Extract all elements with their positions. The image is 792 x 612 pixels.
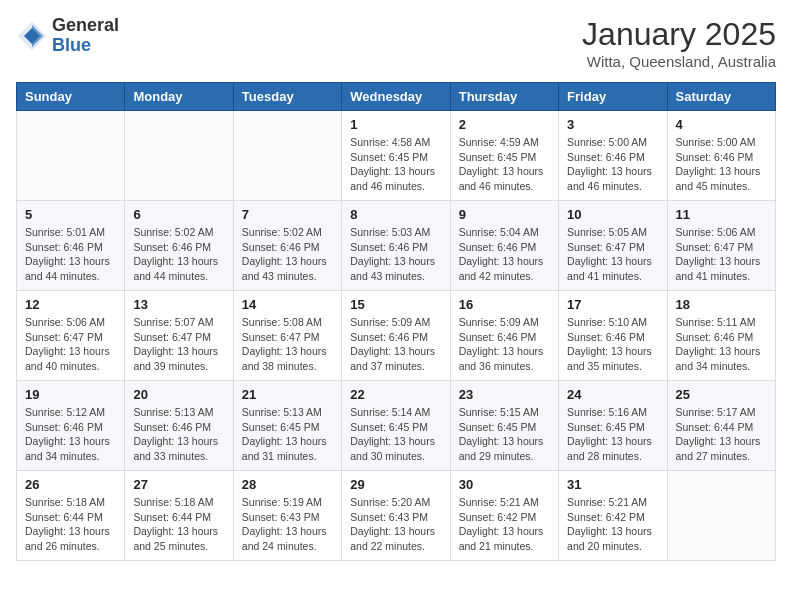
day-number: 1 [350, 117, 441, 132]
day-number: 7 [242, 207, 333, 222]
day-number: 30 [459, 477, 550, 492]
day-number: 23 [459, 387, 550, 402]
day-info: Sunrise: 4:58 AMSunset: 6:45 PMDaylight:… [350, 135, 441, 194]
calendar-cell [233, 111, 341, 201]
calendar-cell: 12Sunrise: 5:06 AMSunset: 6:47 PMDayligh… [17, 291, 125, 381]
calendar-cell: 22Sunrise: 5:14 AMSunset: 6:45 PMDayligh… [342, 381, 450, 471]
day-number: 18 [676, 297, 767, 312]
calendar-cell: 5Sunrise: 5:01 AMSunset: 6:46 PMDaylight… [17, 201, 125, 291]
calendar-cell: 6Sunrise: 5:02 AMSunset: 6:46 PMDaylight… [125, 201, 233, 291]
calendar-cell: 20Sunrise: 5:13 AMSunset: 6:46 PMDayligh… [125, 381, 233, 471]
day-info: Sunrise: 5:04 AMSunset: 6:46 PMDaylight:… [459, 225, 550, 284]
day-info: Sunrise: 5:03 AMSunset: 6:46 PMDaylight:… [350, 225, 441, 284]
calendar-cell: 27Sunrise: 5:18 AMSunset: 6:44 PMDayligh… [125, 471, 233, 561]
day-number: 24 [567, 387, 658, 402]
week-row-5: 26Sunrise: 5:18 AMSunset: 6:44 PMDayligh… [17, 471, 776, 561]
day-info: Sunrise: 5:17 AMSunset: 6:44 PMDaylight:… [676, 405, 767, 464]
day-info: Sunrise: 5:21 AMSunset: 6:42 PMDaylight:… [459, 495, 550, 554]
calendar-cell [125, 111, 233, 201]
day-number: 12 [25, 297, 116, 312]
day-info: Sunrise: 5:01 AMSunset: 6:46 PMDaylight:… [25, 225, 116, 284]
day-number: 2 [459, 117, 550, 132]
calendar-cell: 16Sunrise: 5:09 AMSunset: 6:46 PMDayligh… [450, 291, 558, 381]
calendar-cell: 25Sunrise: 5:17 AMSunset: 6:44 PMDayligh… [667, 381, 775, 471]
calendar-cell: 26Sunrise: 5:18 AMSunset: 6:44 PMDayligh… [17, 471, 125, 561]
day-info: Sunrise: 5:19 AMSunset: 6:43 PMDaylight:… [242, 495, 333, 554]
calendar-cell: 11Sunrise: 5:06 AMSunset: 6:47 PMDayligh… [667, 201, 775, 291]
day-number: 29 [350, 477, 441, 492]
calendar-cell: 23Sunrise: 5:15 AMSunset: 6:45 PMDayligh… [450, 381, 558, 471]
calendar-cell [17, 111, 125, 201]
day-info: Sunrise: 5:13 AMSunset: 6:45 PMDaylight:… [242, 405, 333, 464]
calendar-cell: 30Sunrise: 5:21 AMSunset: 6:42 PMDayligh… [450, 471, 558, 561]
logo-icon [16, 20, 48, 52]
day-info: Sunrise: 5:06 AMSunset: 6:47 PMDaylight:… [676, 225, 767, 284]
calendar-header-sunday: Sunday [17, 83, 125, 111]
calendar-cell: 8Sunrise: 5:03 AMSunset: 6:46 PMDaylight… [342, 201, 450, 291]
day-number: 25 [676, 387, 767, 402]
day-info: Sunrise: 5:18 AMSunset: 6:44 PMDaylight:… [133, 495, 224, 554]
calendar-header-wednesday: Wednesday [342, 83, 450, 111]
day-number: 19 [25, 387, 116, 402]
calendar-cell: 28Sunrise: 5:19 AMSunset: 6:43 PMDayligh… [233, 471, 341, 561]
day-number: 26 [25, 477, 116, 492]
calendar-cell: 31Sunrise: 5:21 AMSunset: 6:42 PMDayligh… [559, 471, 667, 561]
calendar-cell: 19Sunrise: 5:12 AMSunset: 6:46 PMDayligh… [17, 381, 125, 471]
logo-general: General [52, 15, 119, 35]
day-number: 14 [242, 297, 333, 312]
calendar-header-friday: Friday [559, 83, 667, 111]
day-number: 11 [676, 207, 767, 222]
day-number: 4 [676, 117, 767, 132]
day-number: 13 [133, 297, 224, 312]
calendar-cell: 15Sunrise: 5:09 AMSunset: 6:46 PMDayligh… [342, 291, 450, 381]
day-info: Sunrise: 5:12 AMSunset: 6:46 PMDaylight:… [25, 405, 116, 464]
day-info: Sunrise: 5:10 AMSunset: 6:46 PMDaylight:… [567, 315, 658, 374]
day-info: Sunrise: 5:02 AMSunset: 6:46 PMDaylight:… [242, 225, 333, 284]
day-number: 5 [25, 207, 116, 222]
month-title: January 2025 [582, 16, 776, 53]
day-number: 8 [350, 207, 441, 222]
calendar-cell: 1Sunrise: 4:58 AMSunset: 6:45 PMDaylight… [342, 111, 450, 201]
day-number: 22 [350, 387, 441, 402]
week-row-2: 5Sunrise: 5:01 AMSunset: 6:46 PMDaylight… [17, 201, 776, 291]
calendar-header-saturday: Saturday [667, 83, 775, 111]
day-info: Sunrise: 5:14 AMSunset: 6:45 PMDaylight:… [350, 405, 441, 464]
logo: General Blue [16, 16, 119, 56]
page-header: General Blue January 2025 Witta, Queensl… [16, 16, 776, 70]
day-info: Sunrise: 5:05 AMSunset: 6:47 PMDaylight:… [567, 225, 658, 284]
day-info: Sunrise: 5:00 AMSunset: 6:46 PMDaylight:… [567, 135, 658, 194]
calendar-cell: 3Sunrise: 5:00 AMSunset: 6:46 PMDaylight… [559, 111, 667, 201]
day-number: 15 [350, 297, 441, 312]
day-info: Sunrise: 5:20 AMSunset: 6:43 PMDaylight:… [350, 495, 441, 554]
day-number: 27 [133, 477, 224, 492]
calendar-cell: 18Sunrise: 5:11 AMSunset: 6:46 PMDayligh… [667, 291, 775, 381]
day-info: Sunrise: 5:06 AMSunset: 6:47 PMDaylight:… [25, 315, 116, 374]
day-info: Sunrise: 5:16 AMSunset: 6:45 PMDaylight:… [567, 405, 658, 464]
calendar-cell: 14Sunrise: 5:08 AMSunset: 6:47 PMDayligh… [233, 291, 341, 381]
day-number: 10 [567, 207, 658, 222]
week-row-3: 12Sunrise: 5:06 AMSunset: 6:47 PMDayligh… [17, 291, 776, 381]
day-number: 20 [133, 387, 224, 402]
calendar-cell [667, 471, 775, 561]
calendar-cell: 4Sunrise: 5:00 AMSunset: 6:46 PMDaylight… [667, 111, 775, 201]
day-info: Sunrise: 4:59 AMSunset: 6:45 PMDaylight:… [459, 135, 550, 194]
calendar-cell: 24Sunrise: 5:16 AMSunset: 6:45 PMDayligh… [559, 381, 667, 471]
title-block: January 2025 Witta, Queensland, Australi… [582, 16, 776, 70]
day-info: Sunrise: 5:09 AMSunset: 6:46 PMDaylight:… [350, 315, 441, 374]
day-info: Sunrise: 5:00 AMSunset: 6:46 PMDaylight:… [676, 135, 767, 194]
calendar-header-tuesday: Tuesday [233, 83, 341, 111]
calendar-cell: 2Sunrise: 4:59 AMSunset: 6:45 PMDaylight… [450, 111, 558, 201]
logo-blue: Blue [52, 35, 91, 55]
calendar-header-monday: Monday [125, 83, 233, 111]
week-row-4: 19Sunrise: 5:12 AMSunset: 6:46 PMDayligh… [17, 381, 776, 471]
day-info: Sunrise: 5:08 AMSunset: 6:47 PMDaylight:… [242, 315, 333, 374]
day-info: Sunrise: 5:18 AMSunset: 6:44 PMDaylight:… [25, 495, 116, 554]
calendar-header-row: SundayMondayTuesdayWednesdayThursdayFrid… [17, 83, 776, 111]
day-number: 31 [567, 477, 658, 492]
day-number: 17 [567, 297, 658, 312]
day-info: Sunrise: 5:11 AMSunset: 6:46 PMDaylight:… [676, 315, 767, 374]
day-number: 3 [567, 117, 658, 132]
day-number: 9 [459, 207, 550, 222]
logo-text: General Blue [52, 16, 119, 56]
location-title: Witta, Queensland, Australia [582, 53, 776, 70]
